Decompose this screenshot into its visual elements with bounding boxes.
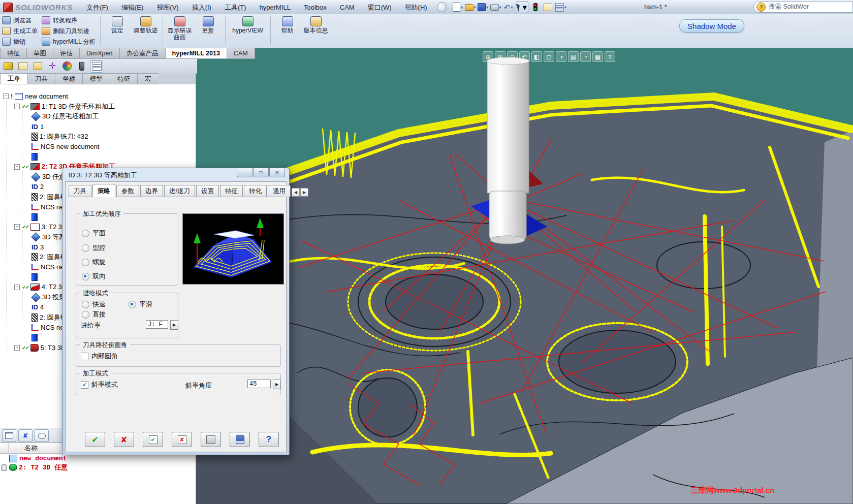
- menu-view[interactable]: 视图(V): [150, 1, 185, 14]
- converter-button[interactable]: 转换程序: [42, 16, 96, 25]
- tab-scroll-left-icon[interactable]: ◀: [292, 188, 300, 197]
- close-button[interactable]: ✕: [269, 168, 285, 177]
- shadow-mode-button[interactable]: Shadow Mode: [679, 19, 744, 33]
- job-list-button[interactable]: [90, 60, 103, 73]
- radio-rapid[interactable]: 快速: [82, 300, 106, 309]
- minimize-button[interactable]: —: [237, 168, 252, 177]
- collapse-icon[interactable]: −: [14, 285, 20, 290]
- options-button[interactable]: ▾: [555, 2, 566, 13]
- radio-smooth[interactable]: 平滑: [129, 300, 152, 309]
- menu-hypermill[interactable]: hyperMILL: [253, 1, 297, 14]
- tab-features[interactable]: 特征: [0, 48, 26, 59]
- shaded-analysis-button[interactable]: [60, 60, 74, 73]
- tab-joblist[interactable]: 工单: [0, 73, 27, 84]
- tab-cam[interactable]: CAM: [227, 48, 255, 59]
- delete-toolpath-button[interactable]: 删除刀具轨迹: [42, 26, 96, 36]
- view-orientation-icon[interactable]: ◻: [544, 51, 554, 62]
- tab-features[interactable]: 特征: [110, 73, 137, 84]
- origin-button[interactable]: ✛: [46, 60, 59, 73]
- list-row-job[interactable]: 2: T2 3D 任意: [0, 463, 196, 472]
- adjust-toolpath-button[interactable]: 调整轨迹: [132, 14, 160, 46]
- delete-job-button[interactable]: ✘: [18, 429, 33, 442]
- dialog-tab-transform[interactable]: 转化: [244, 185, 267, 197]
- new-document-button[interactable]: ▾: [452, 2, 463, 13]
- radio-pocket[interactable]: 型腔: [82, 243, 106, 253]
- dialog-tab-leads[interactable]: 进/退刀: [164, 185, 195, 197]
- apply-calculate-button[interactable]: ✔: [143, 432, 163, 447]
- comment-button[interactable]: [35, 429, 49, 442]
- browser-button[interactable]: 浏览器: [2, 16, 38, 25]
- menu-edit[interactable]: 编辑(E): [115, 1, 150, 14]
- dialog-tab-boundary[interactable]: 边界: [140, 185, 163, 197]
- print-button[interactable]: ▾: [490, 2, 501, 13]
- tree-item-document[interactable]: − ! new document: [0, 91, 196, 102]
- machining-simulation-canvas[interactable]: [196, 48, 853, 504]
- collapse-icon[interactable]: −: [14, 224, 20, 230]
- dialog-tab-setup[interactable]: 设置: [196, 185, 219, 197]
- feedrate-input[interactable]: J: F: [146, 320, 168, 329]
- maximize-button[interactable]: □: [253, 168, 269, 177]
- menu-tools[interactable]: 工具(T): [218, 1, 253, 14]
- menu-insert[interactable]: 插入(I): [185, 1, 218, 14]
- undo-button[interactable]: ↶▾: [503, 2, 514, 13]
- tab-macro[interactable]: 宏: [137, 73, 159, 84]
- dialog-tab-general[interactable]: 通用: [268, 185, 291, 197]
- tab-office-products[interactable]: 办公室产品: [119, 48, 165, 59]
- search-box[interactable]: ? 搜索 SolidWor: [753, 1, 853, 13]
- view-settings-icon[interactable]: ≡: [605, 51, 615, 62]
- tab-model[interactable]: 模型: [82, 73, 110, 84]
- hide-show-items-icon[interactable]: ▤: [568, 51, 579, 62]
- expand-icon[interactable]: +: [14, 345, 20, 351]
- collapse-icon[interactable]: −: [14, 164, 20, 170]
- hyperview-button[interactable]: hyperVIEW: [228, 14, 268, 46]
- discard-button[interactable]: ✘: [172, 432, 192, 447]
- tab-sketch[interactable]: 草图: [26, 48, 53, 59]
- show-error-faces-button[interactable]: 显示错误曲面: [166, 14, 194, 46]
- radio-plane[interactable]: 平面: [82, 229, 106, 238]
- apply-scene-icon[interactable]: ▦: [592, 51, 603, 62]
- tree-item-ncs[interactable]: NCS new document: [0, 142, 196, 152]
- tool-display-button[interactable]: [75, 60, 88, 73]
- tab-dimxpert[interactable]: DimXpert: [79, 48, 119, 59]
- save-job-button[interactable]: [230, 432, 250, 447]
- settings-button[interactable]: 设定: [103, 14, 132, 46]
- zoom-out-icon[interactable]: ⊖: [507, 51, 518, 62]
- dialog-tab-strategy[interactable]: 策略: [92, 184, 115, 197]
- tab-coordinates[interactable]: 坐标: [55, 73, 82, 84]
- tree-item-cycle[interactable]: 3D 任意毛坯粗加工: [0, 112, 196, 122]
- tree-item-stock[interactable]: [0, 152, 196, 162]
- hypermill-analysis-button[interactable]: hyperMILL 分析: [42, 37, 96, 46]
- tab-tools[interactable]: 刀具: [27, 73, 55, 84]
- internal-corner-checkbox[interactable]: 内部圆角: [81, 352, 118, 361]
- tree-item-tool[interactable]: 1: 圆鼻铣刀: ¢32: [0, 132, 196, 142]
- update-button[interactable]: 更新: [194, 14, 223, 46]
- collapse-icon[interactable]: −: [3, 93, 9, 99]
- display-style-icon[interactable]: ◑: [556, 51, 566, 62]
- generate-joblist-button[interactable]: 生成工单: [2, 26, 38, 36]
- slope-mode-checkbox[interactable]: ✔斜率模式: [81, 380, 118, 389]
- job-report-button[interactable]: [2, 429, 16, 442]
- slope-angle-input[interactable]: 45: [247, 380, 271, 388]
- collapse-icon[interactable]: −: [14, 104, 20, 109]
- dialog-help-button[interactable]: ?: [259, 432, 279, 447]
- slope-angle-picker-icon[interactable]: ▶: [273, 380, 281, 389]
- menu-file[interactable]: 文件(F): [80, 1, 115, 14]
- dialog-tab-parameters[interactable]: 参数: [116, 185, 139, 197]
- menu-cam[interactable]: CAM: [333, 1, 361, 14]
- radio-direct[interactable]: 直接: [82, 310, 106, 319]
- job-properties-button[interactable]: [16, 60, 29, 73]
- tree-item-id[interactable]: ID1: [0, 121, 196, 132]
- ok-button[interactable]: ✔: [85, 432, 105, 447]
- menu-help[interactable]: 帮助(H): [398, 1, 434, 14]
- zoom-area-icon[interactable]: ⊞: [495, 51, 506, 62]
- tree-item-job1[interactable]: − ✔✔ 1: T1 3D 任意毛坯粗加工: [0, 102, 196, 112]
- menu-window[interactable]: 窗口(W): [361, 1, 398, 14]
- open-button[interactable]: ▾: [465, 2, 476, 13]
- zoom-fit-icon[interactable]: ⊕: [483, 51, 493, 62]
- structure-button[interactable]: [31, 60, 44, 73]
- part-setup-button[interactable]: [2, 60, 15, 73]
- tab-evaluate[interactable]: 评估: [53, 48, 79, 59]
- menu-toolbox[interactable]: Toolbox: [297, 1, 333, 14]
- dialog-tab-tool[interactable]: 刀具: [69, 185, 91, 197]
- undo-op-button[interactable]: 撤销: [2, 37, 38, 46]
